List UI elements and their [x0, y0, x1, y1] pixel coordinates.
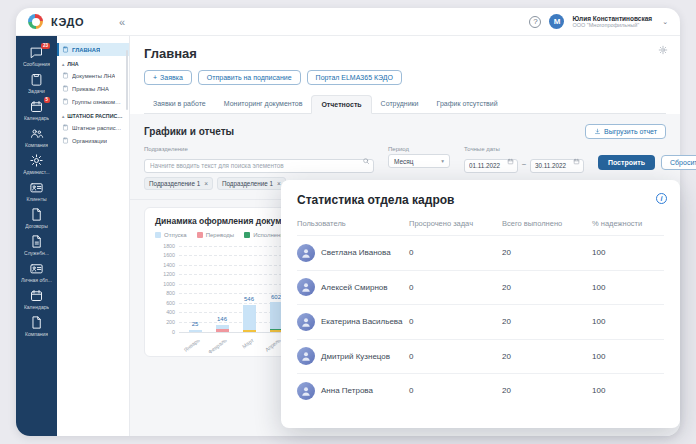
- rail-item-tasks[interactable]: Задачи: [17, 69, 57, 96]
- reliability-cell: 100: [592, 386, 654, 395]
- sidebar-section-лна[interactable]: ▴ЛНА: [57, 56, 129, 69]
- y-axis-tick: 200: [155, 319, 175, 325]
- build-button[interactable]: Построить: [598, 155, 655, 170]
- sidebar-collapse-icon[interactable]: «: [119, 16, 125, 28]
- rail-item-calendar[interactable]: Календарь5: [17, 96, 57, 123]
- tab-bar: Заявки в работеМониторинг документовОтче…: [144, 95, 666, 114]
- sidebar-item-штатное расписание[interactable]: Штатное расписание: [57, 121, 129, 134]
- doc-icon: [29, 207, 44, 222]
- sidebar-item-главная[interactable]: ГЛАВНАЯ: [57, 43, 129, 56]
- bar-value-label: 25: [180, 321, 210, 327]
- column-header: Просрочено задач: [409, 219, 502, 228]
- doc-icon: [62, 85, 69, 92]
- rail-item-admin[interactable]: Админист...: [17, 150, 57, 177]
- rail-item-label: Компания: [25, 142, 48, 148]
- reset-all-button[interactable]: Сбросить все: [661, 155, 696, 170]
- settings-gear-icon[interactable]: [658, 45, 668, 55]
- doc-icon: [29, 315, 44, 330]
- column-header: Пользователь: [297, 219, 409, 228]
- bar-март: [243, 305, 256, 331]
- rail-item-memos[interactable]: Служебн...: [17, 231, 57, 258]
- rail-item-label: Календарь: [24, 115, 49, 121]
- x-axis-label: Февраль: [200, 337, 227, 360]
- reliability-cell: 100: [592, 352, 654, 361]
- notification-badge: 5: [44, 97, 50, 103]
- table-row: Алексей Смирнов020100: [297, 270, 664, 305]
- avatar: [297, 244, 315, 262]
- bar-value-label: 546: [234, 296, 264, 302]
- sidebar-item-label: ГЛАВНАЯ: [72, 47, 100, 53]
- bar-февраль: [216, 325, 229, 332]
- sidebar-item-группы ознакомления с лна[interactable]: Группы ознакомления с ЛНА: [57, 95, 129, 108]
- user-menu[interactable]: Юлия Константиновская ООО "Многопрофильн…: [572, 15, 652, 29]
- export-report-button[interactable]: Выгрузить отчет: [585, 124, 666, 139]
- module-rail: Сообщения23ЗадачиКалендарь5КомпанияАдмин…: [16, 36, 57, 436]
- bar-segment: [216, 329, 229, 331]
- brand-title: КЭДО: [51, 16, 84, 28]
- sidebar-item-организации[interactable]: Организации: [57, 134, 129, 147]
- legend-swatch: [197, 232, 203, 238]
- brand-logo-icon: [28, 14, 43, 29]
- rail-item-label: Договоры: [25, 223, 47, 229]
- tab-3[interactable]: Сотрудники: [372, 95, 428, 113]
- y-axis-tick: 1000: [155, 281, 175, 287]
- rail-item-label: Задачи: [28, 88, 45, 94]
- department-label: Подразделение: [144, 146, 374, 152]
- calendar-icon: [507, 158, 514, 165]
- plus-icon: +: [153, 74, 157, 81]
- tab-2[interactable]: Отчетность: [311, 95, 371, 114]
- sidebar-scrollbar[interactable]: [126, 50, 128, 110]
- calendar-icon: [29, 99, 44, 114]
- user-name: Светлана Иванова: [321, 248, 391, 257]
- legend-label: Переводы: [206, 232, 234, 238]
- rail-item-clients[interactable]: Клиенты: [17, 177, 57, 204]
- overdue-cell: 0: [409, 317, 502, 326]
- sidebar-section-label: ШТАТНОЕ РАСПИСАНИЕ: [67, 113, 124, 119]
- search-icon: [362, 157, 370, 165]
- action-button-1[interactable]: Отправить на подписание: [198, 70, 301, 85]
- y-axis-tick: 600: [155, 300, 175, 306]
- action-button-2[interactable]: Портал ELMA365 КЭДО: [307, 70, 402, 85]
- chevron-down-icon: ⌄: [662, 18, 668, 26]
- action-button-label: Портал ELMA365 КЭДО: [316, 74, 393, 81]
- rail-item-label: Личная обл...: [21, 277, 52, 283]
- close-icon[interactable]: ×: [204, 180, 208, 187]
- period-select[interactable]: Месяц ▾: [388, 154, 450, 168]
- done-cell: 20: [502, 352, 592, 361]
- rail-item-calendar-2[interactable]: Календарь: [17, 285, 57, 312]
- sidebar-item-label: Штатное расписание: [72, 125, 124, 131]
- department-chip-0[interactable]: Подразделение 1×: [144, 177, 213, 190]
- rail-item-messages[interactable]: Сообщения23: [17, 42, 57, 69]
- y-axis-tick: 400: [155, 309, 175, 315]
- help-icon[interactable]: ?: [529, 16, 541, 28]
- x-axis-label: Апрель: [254, 337, 281, 360]
- sidebar-item-документы лна[interactable]: Документы ЛНА: [57, 69, 129, 82]
- page-header: Главная +ЗаявкаОтправить на подписаниеПо…: [130, 36, 680, 114]
- user-name: Юлия Константиновская: [572, 15, 652, 22]
- chevron-icon: ▴: [62, 62, 64, 67]
- rail-item-personal[interactable]: Личная обл...: [17, 258, 57, 285]
- action-button-0[interactable]: +Заявка: [144, 70, 192, 85]
- reliability-cell: 100: [592, 248, 654, 257]
- bar-segment: [243, 330, 256, 331]
- action-button-label: Заявка: [160, 74, 183, 81]
- user-cell: Дмитрий Кузнецов: [297, 347, 409, 365]
- y-axis-tick: 1800: [155, 243, 175, 249]
- done-cell: 20: [502, 283, 592, 292]
- tab-0[interactable]: Заявки в работе: [144, 95, 215, 113]
- sidebar-section-штатное расписание[interactable]: ▴ШТАТНОЕ РАСПИСАНИЕ: [57, 108, 129, 121]
- y-axis-tick: 1200: [155, 271, 175, 277]
- info-icon[interactable]: i: [656, 193, 667, 204]
- user-avatar[interactable]: М: [549, 14, 564, 29]
- department-search-input[interactable]: [144, 159, 374, 173]
- rail-item-company[interactable]: Компания: [17, 123, 57, 150]
- page-title: Главная: [144, 46, 666, 61]
- rail-item-company-2[interactable]: Компания: [17, 312, 57, 339]
- rail-item-label: Компания: [25, 331, 48, 337]
- department-chip-1[interactable]: Подразделение 1×: [217, 177, 286, 190]
- tab-4[interactable]: График отсутствий: [428, 95, 507, 113]
- user-company: ООО "Многопрофильный": [572, 22, 652, 28]
- sidebar-item-приказы лна[interactable]: Приказы ЛНА: [57, 82, 129, 95]
- tab-1[interactable]: Мониторинг документов: [215, 95, 312, 113]
- rail-item-contracts[interactable]: Договоры: [17, 204, 57, 231]
